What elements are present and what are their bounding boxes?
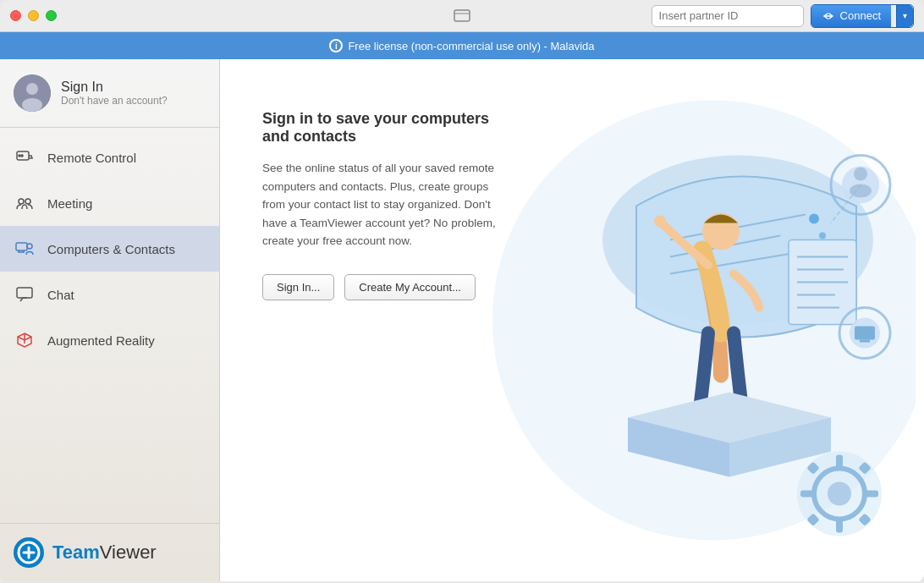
create-account-button[interactable]: Create My Account... [344, 274, 476, 300]
sidebar-item-augmented-reality[interactable]: Augmented Reality [0, 317, 219, 363]
computers-contacts-label: Computers & Contacts [47, 242, 175, 256]
app-icon [454, 8, 470, 25]
connect-wrapper: Connect ▾ [811, 4, 914, 28]
meeting-label: Meeting [47, 196, 92, 211]
user-subtitle: Don't have an account? [61, 95, 168, 107]
sidebar-user[interactable]: Sign In Don't have an account? [0, 59, 219, 128]
sidebar-nav: Remote Control Meeting [0, 128, 219, 523]
svg-point-34 [854, 168, 867, 181]
augmented-reality-label: Augmented Reality [47, 333, 155, 348]
info-icon: i [329, 39, 343, 52]
avatar [14, 74, 51, 112]
teamviewer-logo-icon [14, 537, 44, 568]
svg-rect-40 [860, 340, 870, 343]
connect-dropdown-button[interactable]: ▾ [896, 5, 913, 27]
content-text: Sign in to save your computers and conta… [220, 59, 542, 581]
close-button[interactable] [10, 10, 21, 21]
partner-id-input[interactable] [652, 5, 804, 27]
remote-control-label: Remote Control [47, 151, 136, 165]
teamviewer-logo-text: TeamViewer [52, 542, 157, 564]
svg-rect-39 [855, 327, 875, 340]
sign-in-button[interactable]: Sign In... [262, 274, 334, 300]
remote-control-icon [14, 146, 36, 168]
sidebar-item-meeting[interactable]: Meeting [0, 180, 219, 226]
chat-label: Chat [47, 288, 74, 302]
svg-point-43 [828, 482, 851, 506]
svg-rect-11 [17, 288, 32, 298]
svg-point-10 [27, 244, 32, 249]
svg-rect-46 [800, 491, 814, 498]
logo-team: Team [52, 542, 100, 563]
maximize-button[interactable] [46, 10, 57, 21]
content-area: Sign in to save your computers and conta… [220, 59, 924, 581]
svg-rect-47 [865, 491, 878, 498]
info-banner: i Free license (non-commercial use only)… [0, 32, 924, 59]
title-bar: Connect ▾ [0, 0, 924, 32]
svg-point-19 [809, 214, 819, 224]
sidebar: Sign In Don't have an account? Remote Co… [0, 59, 220, 581]
minimize-button[interactable] [28, 10, 39, 21]
content-actions: Sign In... Create My Account... [262, 274, 499, 300]
computers-contacts-icon [14, 238, 36, 260]
main-layout: Sign In Don't have an account? Remote Co… [0, 59, 924, 581]
user-name: Sign In [61, 80, 168, 95]
augmented-reality-icon [14, 329, 36, 351]
svg-point-7 [19, 199, 24, 204]
sidebar-item-chat[interactable]: Chat [0, 272, 219, 317]
svg-rect-9 [16, 243, 27, 250]
svg-rect-0 [454, 10, 470, 21]
content-title: Sign in to save your computers and conta… [262, 110, 499, 146]
svg-point-4 [22, 98, 42, 112]
sidebar-item-remote-control[interactable]: Remote Control [0, 135, 219, 180]
svg-point-6 [19, 155, 20, 157]
svg-rect-45 [836, 520, 843, 533]
connect-label: Connect [840, 9, 881, 22]
svg-point-20 [819, 233, 826, 239]
meeting-icon [14, 192, 36, 214]
connect-button[interactable]: Connect [811, 5, 891, 27]
sidebar-item-computers-contacts[interactable]: Computers & Contacts [0, 226, 219, 272]
traffic-lights [10, 10, 57, 21]
svg-point-3 [26, 83, 38, 95]
logo-viewer: Viewer [100, 542, 157, 563]
sidebar-footer: TeamViewer [0, 523, 219, 581]
svg-point-23 [654, 216, 666, 228]
content-description: See the online status of all your saved … [262, 159, 499, 250]
svg-point-35 [850, 184, 872, 198]
banner-text: Free license (non-commercial use only) -… [348, 40, 594, 52]
user-info: Sign In Don't have an account? [61, 80, 168, 107]
title-bar-right: Connect ▾ [652, 4, 914, 28]
svg-rect-44 [836, 455, 843, 469]
connect-arrows-icon [822, 9, 835, 23]
svg-point-8 [25, 199, 30, 204]
chat-icon [14, 283, 36, 305]
